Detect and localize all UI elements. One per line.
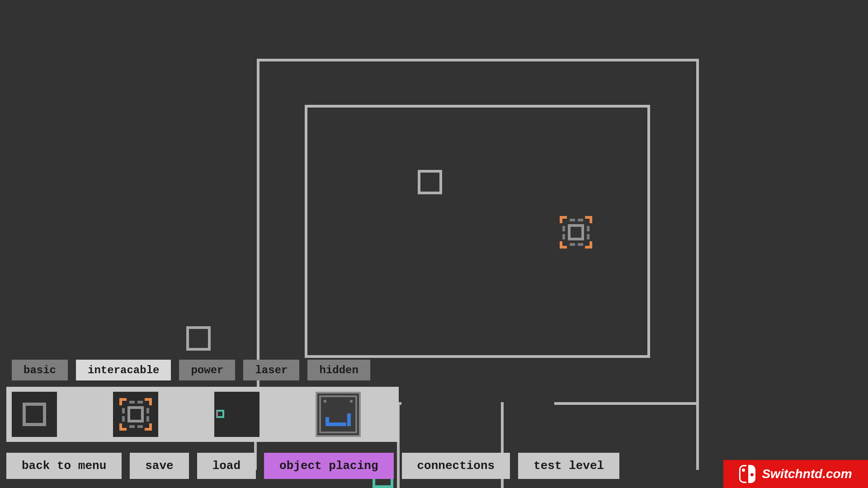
- button-label: save: [145, 459, 173, 473]
- wall-inner: [305, 105, 650, 358]
- tab-label: laser: [255, 364, 288, 376]
- button-label: object placing: [279, 459, 378, 473]
- back-to-menu-button[interactable]: back to menu: [6, 453, 122, 479]
- placed-object-box[interactable]: [418, 170, 442, 194]
- box-icon: [23, 403, 46, 426]
- watermark: Switchntd.com: [723, 460, 868, 488]
- tab-interacable[interactable]: interacable: [76, 360, 171, 380]
- load-button[interactable]: load: [197, 453, 256, 479]
- small-block-icon: [214, 392, 259, 437]
- category-tabs: basic interacable power laser hidden: [12, 360, 370, 380]
- placed-object-selected[interactable]: [560, 216, 592, 249]
- palette-item-box[interactable]: [12, 392, 57, 437]
- tab-label: power: [191, 364, 223, 376]
- test-level-button[interactable]: test level: [518, 453, 619, 479]
- tab-power[interactable]: power: [179, 360, 235, 380]
- tab-laser[interactable]: laser: [243, 360, 299, 380]
- tab-label: hidden: [319, 364, 358, 376]
- object-placing-button[interactable]: object placing: [264, 453, 393, 479]
- wall-segment: [696, 402, 699, 470]
- button-label: load: [212, 459, 241, 473]
- palette-item-tray[interactable]: [316, 392, 361, 437]
- tab-label: basic: [24, 364, 56, 376]
- watermark-text: Switchntd.com: [762, 467, 852, 481]
- button-label: back to menu: [22, 459, 106, 473]
- placed-object-box[interactable]: [186, 326, 211, 351]
- object-palette: [6, 387, 399, 442]
- connections-button[interactable]: connections: [402, 453, 510, 479]
- switch-logo-icon: [739, 465, 755, 483]
- save-button[interactable]: save: [130, 453, 189, 479]
- action-bar: back to menu save load object placing co…: [6, 453, 619, 479]
- tab-basic[interactable]: basic: [12, 360, 68, 380]
- tab-label: interacable: [88, 364, 159, 376]
- tray-icon: [319, 395, 357, 433]
- tab-hidden[interactable]: hidden: [307, 360, 370, 380]
- palette-item-mini[interactable]: [214, 392, 259, 437]
- selection-box-icon: [119, 398, 152, 431]
- button-label: test level: [533, 459, 604, 473]
- palette-item-selection[interactable]: [113, 392, 158, 437]
- button-label: connections: [417, 459, 495, 473]
